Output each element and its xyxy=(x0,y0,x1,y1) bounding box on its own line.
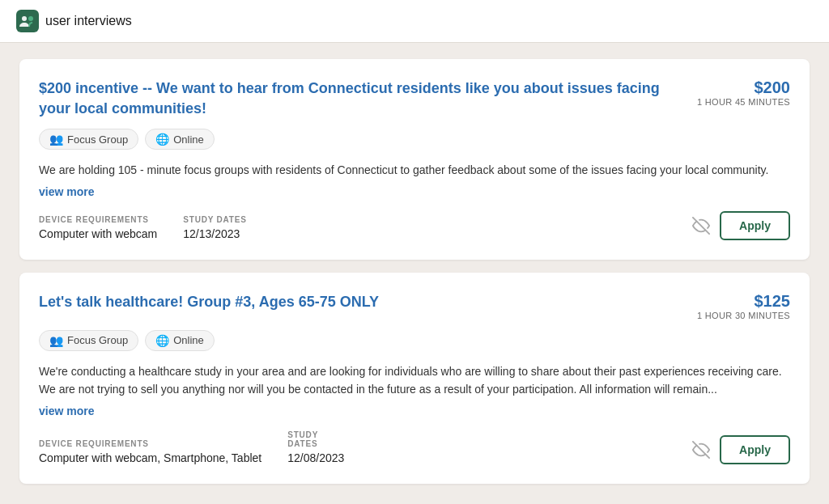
svg-point-1 xyxy=(22,16,27,21)
card-1-device-value: Computer with webcam xyxy=(39,227,157,240)
card-2-view-more[interactable]: view more xyxy=(39,404,94,417)
card-2-price: $125 xyxy=(697,292,790,311)
card-1-duration: 1 HOUR 45 MINUTES xyxy=(697,97,790,107)
main-content: $200 incentive -- We want to hear from C… xyxy=(0,43,829,500)
card-2-device-label: DEVICE REQUIREMENTS xyxy=(39,439,261,448)
study-card-1: $200 incentive -- We want to hear from C… xyxy=(19,59,810,260)
card-1-dates-value: 12/13/2023 xyxy=(183,227,246,240)
card-1-device-label: DEVICE REQUIREMENTS xyxy=(39,215,157,224)
apply-button-1[interactable]: Apply xyxy=(720,211,790,240)
tag-focus-group-label-1: Focus Group xyxy=(67,133,128,146)
card-1-dates-label: STUDY DATES xyxy=(183,215,246,224)
card-1-tags: 👥 Focus Group 🌐 Online xyxy=(39,129,790,150)
card-1-description: We are holding 105 - minute focus groups… xyxy=(39,161,790,179)
tag-focus-group-2: 👥 Focus Group xyxy=(39,330,138,351)
card-1-price: $200 xyxy=(697,78,790,97)
logo: user interviews xyxy=(16,10,132,32)
card-2-title: Let's talk healthcare! Group #3, Ages 65… xyxy=(39,292,681,312)
tag-online-1: 🌐 Online xyxy=(145,129,215,150)
card-2-device-field: DEVICE REQUIREMENTS Computer with webcam… xyxy=(39,439,261,464)
card-1-price-block: $200 1 HOUR 45 MINUTES xyxy=(697,78,790,107)
card-2-dates-value: 12/08/2023 xyxy=(287,451,344,464)
card-2-duration: 1 HOUR 30 MINUTES xyxy=(697,311,790,320)
card-1-dates-field: STUDY DATES 12/13/2023 xyxy=(183,215,246,240)
focus-group-icon-1: 👥 xyxy=(49,133,63,146)
tag-focus-group-label-2: Focus Group xyxy=(67,334,128,346)
logo-text: user interviews xyxy=(45,14,132,28)
card-1-footer: DEVICE REQUIREMENTS Computer with webcam… xyxy=(39,211,790,240)
hide-icon-2[interactable] xyxy=(692,441,710,459)
tag-online-label-1: Online xyxy=(173,133,204,146)
tag-online-label-2: Online xyxy=(173,334,204,346)
card-2-actions: Apply xyxy=(692,435,790,464)
site-header: user interviews xyxy=(0,0,829,43)
card-2-device-value: Computer with webcam, Smartphone, Tablet xyxy=(39,451,261,464)
svg-point-2 xyxy=(28,16,33,21)
focus-group-icon-2: 👥 xyxy=(49,334,63,347)
card-1-title: $200 incentive -- We want to hear from C… xyxy=(39,78,681,119)
tag-focus-group-1: 👥 Focus Group xyxy=(39,129,138,150)
logo-icon xyxy=(16,10,39,32)
tag-online-2: 🌐 Online xyxy=(145,330,215,351)
card-2-header: Let's talk healthcare! Group #3, Ages 65… xyxy=(39,292,790,320)
card-2-description: We're conducting a healthcare study in y… xyxy=(39,362,790,399)
card-1-view-more[interactable]: view more xyxy=(39,185,94,198)
card-1-device-field: DEVICE REQUIREMENTS Computer with webcam xyxy=(39,215,157,240)
card-2-dates-label: STUDYDATES xyxy=(287,430,344,448)
card-1-header: $200 incentive -- We want to hear from C… xyxy=(39,78,790,119)
card-2-footer: DEVICE REQUIREMENTS Computer with webcam… xyxy=(39,430,790,464)
online-icon-1: 🌐 xyxy=(155,133,169,146)
study-card-2: Let's talk healthcare! Group #3, Ages 65… xyxy=(19,273,810,484)
online-icon-2: 🌐 xyxy=(155,334,169,347)
apply-button-2[interactable]: Apply xyxy=(720,435,790,464)
card-2-dates-field: STUDYDATES 12/08/2023 xyxy=(287,430,344,464)
card-1-actions: Apply xyxy=(692,211,790,240)
svg-rect-0 xyxy=(16,10,39,32)
card-2-price-block: $125 1 HOUR 30 MINUTES xyxy=(697,292,790,320)
card-2-tags: 👥 Focus Group 🌐 Online xyxy=(39,330,790,351)
hide-icon-1[interactable] xyxy=(692,217,710,235)
